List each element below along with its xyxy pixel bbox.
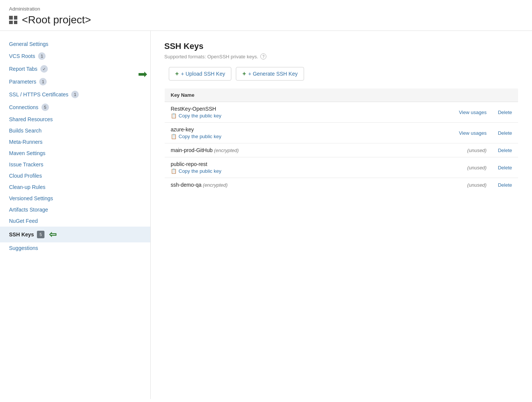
- key-name-text: public-repo-rest: [171, 161, 207, 167]
- unused-label-row4: (unused): [467, 165, 486, 171]
- delete-link-row3[interactable]: Delete: [498, 148, 512, 153]
- sidebar-item-suggestions[interactable]: Suggestions: [0, 242, 150, 254]
- delete-link-row2[interactable]: Delete: [498, 130, 512, 136]
- help-icon[interactable]: ?: [260, 53, 266, 59]
- sidebar-item-artifacts-storage[interactable]: Artifacts Storage: [0, 204, 150, 215]
- view-usages-link-row1[interactable]: View usages: [459, 110, 486, 115]
- sidebar-item-nuget-feed[interactable]: NuGet Feed: [0, 215, 150, 227]
- table-header-row: Key Name: [165, 88, 518, 102]
- key-name-row2: azure-key: [171, 126, 382, 132]
- sidebar-label-issue-trackers: Issue Trackers: [9, 161, 43, 168]
- arrow-left-icon: ⇦: [49, 229, 57, 240]
- delete-link-row1[interactable]: Delete: [498, 110, 512, 115]
- main-content: SSH Keys Supported formats: OpenSSH priv…: [151, 31, 532, 399]
- sidebar-item-cloud-profiles[interactable]: Cloud Profiles: [0, 170, 150, 181]
- sidebar-label-shared-resources: Shared Resources: [9, 116, 53, 122]
- key-name-row1: RestKey-OpenSSH: [171, 106, 382, 112]
- sidebar-label-general-settings: General Settings: [9, 41, 48, 47]
- key-name-cell-row5: ssh-demo-qa (encrypted): [165, 178, 389, 192]
- sidebar-item-report-tabs[interactable]: Report Tabs✓: [0, 62, 150, 75]
- sidebar-label-connections: Connections: [9, 104, 38, 110]
- page-title: <Root project>: [22, 14, 91, 26]
- sidebar-item-builds-search[interactable]: Builds Search: [0, 125, 150, 136]
- view-usages-link-row2[interactable]: View usages: [459, 130, 486, 136]
- upload-ssh-key-button[interactable]: + + Upload SSH Key: [169, 67, 231, 81]
- section-title: SSH Keys: [164, 41, 518, 51]
- upload-plus-icon: +: [175, 70, 179, 77]
- page-title-row: <Root project>: [9, 14, 523, 26]
- table-row: public-repo-rest📋Copy the public key(unu…: [165, 157, 518, 178]
- key-name-cell-row1: RestKey-OpenSSH📋Copy the public key: [165, 102, 389, 123]
- unused-label-row3: (unused): [467, 148, 486, 153]
- copy-public-key-link-row1[interactable]: 📋Copy the public key: [171, 113, 382, 119]
- header: Administration <Root project>: [0, 0, 532, 31]
- sidebar-item-cleanup-rules[interactable]: Clean-up Rules: [0, 181, 150, 193]
- sidebar-item-ssl-certs[interactable]: SSL / HTTPS Certificates1: [0, 88, 150, 101]
- sidebar-label-nuget-feed: NuGet Feed: [9, 218, 38, 224]
- generate-ssh-key-button[interactable]: + + Generate SSH Key: [236, 67, 304, 81]
- sidebar-item-ssh-keys[interactable]: SSH Keys5⇦: [0, 227, 150, 242]
- copy-public-key-link-row2[interactable]: 📋Copy the public key: [171, 134, 382, 139]
- copy-link-label: Copy the public key: [179, 113, 221, 119]
- badge-parameters: 1: [39, 78, 47, 85]
- generate-plus-icon: +: [242, 70, 246, 77]
- encrypted-label: (encrypted): [202, 182, 228, 188]
- sidebar-label-meta-runners: Meta-Runners: [9, 139, 43, 145]
- copy-icon: 📋: [171, 168, 177, 174]
- arrow-right-icon: ➡: [138, 67, 147, 81]
- sidebar-label-parameters: Parameters: [9, 79, 36, 85]
- copy-link-label: Copy the public key: [179, 168, 221, 174]
- actions-cell-row4: (unused)Delete: [388, 157, 518, 178]
- key-name-text: ssh-demo-qa: [171, 182, 202, 188]
- buttons-row: ➡ + + Upload SSH Key + + Generate SSH Ke…: [164, 67, 518, 81]
- actions-div-row4: (unused)Delete: [394, 165, 512, 171]
- copy-link-label: Copy the public key: [179, 134, 221, 139]
- key-name-row3: main-prod-GitHub (encrypted): [171, 147, 382, 153]
- key-name-cell-row3: main-prod-GitHub (encrypted): [165, 143, 389, 157]
- key-name-text: azure-key: [171, 126, 194, 132]
- sidebar-label-ssl-certs: SSL / HTTPS Certificates: [9, 91, 68, 97]
- sidebar-item-meta-runners[interactable]: Meta-Runners: [0, 136, 150, 148]
- copy-public-key-link-row4[interactable]: 📋Copy the public key: [171, 168, 382, 174]
- copy-icon: 📋: [171, 113, 177, 119]
- breadcrumb: Administration: [9, 6, 523, 12]
- table-row: RestKey-OpenSSH📋Copy the public keyView …: [165, 102, 518, 123]
- sidebar-label-vcs-roots: VCS Roots: [9, 53, 35, 59]
- layout: General SettingsVCS Roots1Report Tabs✓Pa…: [0, 31, 532, 399]
- delete-link-row4[interactable]: Delete: [498, 165, 512, 171]
- sidebar-label-ssh-keys: SSH Keys: [9, 231, 34, 238]
- sidebar-item-shared-resources[interactable]: Shared Resources: [0, 114, 150, 125]
- actions-div-row3: (unused)Delete: [394, 148, 512, 153]
- encrypted-label: (encrypted): [212, 148, 238, 153]
- grid-icon: [9, 16, 17, 24]
- subtitle-text: Supported formats: OpenSSH private keys.: [164, 54, 258, 59]
- table-row: azure-key📋Copy the public keyView usages…: [165, 123, 518, 143]
- sidebar-label-builds-search: Builds Search: [9, 128, 41, 134]
- key-name-cell-row4: public-repo-rest📋Copy the public key: [165, 157, 389, 178]
- sidebar-item-vcs-roots[interactable]: VCS Roots1: [0, 50, 150, 62]
- sidebar-item-maven-settings[interactable]: Maven Settings: [0, 148, 150, 159]
- sidebar-label-versioned-settings: Versioned Settings: [9, 195, 53, 201]
- badge-ssl-certs: 1: [71, 91, 79, 98]
- generate-btn-label: + Generate SSH Key: [248, 71, 298, 77]
- key-name-row5: ssh-demo-qa (encrypted): [171, 182, 382, 188]
- badge-report-tabs: ✓: [40, 65, 48, 73]
- page-wrapper: Administration <Root project> General Se…: [0, 0, 532, 402]
- key-name-text: RestKey-OpenSSH: [171, 106, 216, 112]
- table-row: main-prod-GitHub (encrypted)(unused)Dele…: [165, 143, 518, 157]
- sidebar-item-connections[interactable]: Connections5: [0, 101, 150, 114]
- unused-label-row5: (unused): [467, 182, 486, 188]
- sidebar-item-issue-trackers[interactable]: Issue Trackers: [0, 159, 150, 170]
- key-name-text: main-prod-GitHub: [171, 147, 212, 153]
- actions-cell-row3: (unused)Delete: [388, 143, 518, 157]
- actions-cell-row5: (unused)Delete: [388, 178, 518, 192]
- key-name-row4: public-repo-rest: [171, 161, 382, 167]
- sidebar-item-general-settings[interactable]: General Settings: [0, 38, 150, 50]
- sidebar-item-parameters[interactable]: Parameters1: [0, 75, 150, 88]
- sidebar-label-maven-settings: Maven Settings: [9, 150, 46, 156]
- sidebar-item-versioned-settings[interactable]: Versioned Settings: [0, 193, 150, 204]
- delete-link-row5[interactable]: Delete: [498, 182, 512, 188]
- sidebar-label-cloud-profiles: Cloud Profiles: [9, 173, 42, 179]
- col-actions: [388, 88, 518, 102]
- badge-ssh-keys: 5: [37, 231, 44, 238]
